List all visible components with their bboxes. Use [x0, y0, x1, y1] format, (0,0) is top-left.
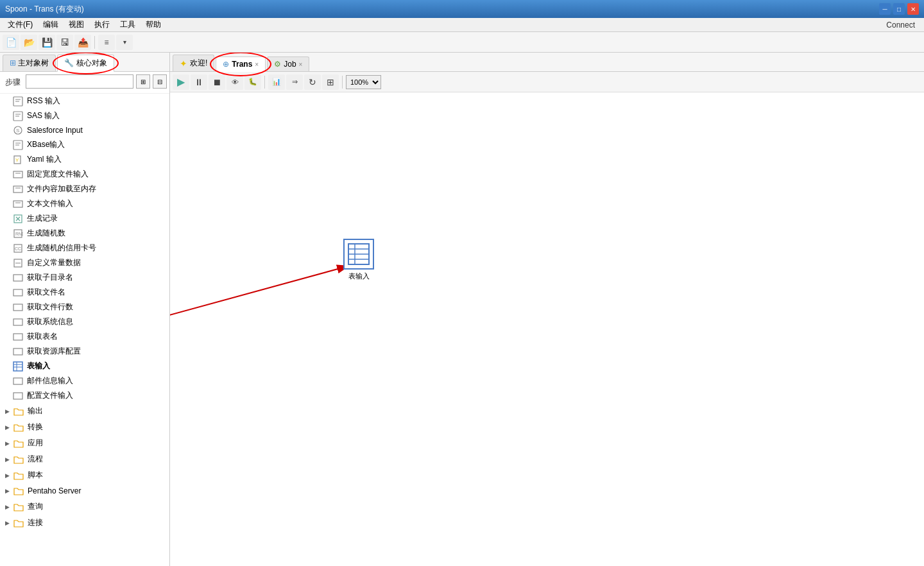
folder-query[interactable]: ▶ 查询 — [0, 499, 169, 515]
search-input[interactable] — [26, 74, 133, 89]
menu-tools[interactable]: 工具 — [115, 18, 141, 31]
list-item[interactable]: 获取表名 — [0, 329, 169, 344]
folder-transform[interactable]: ▶ 转换 — [0, 419, 169, 435]
list-item[interactable]: 生成记录 — [0, 211, 169, 226]
preview-button[interactable]: 👁 — [227, 74, 243, 90]
list-item[interactable]: 获取文件名 — [0, 285, 169, 300]
folder-script[interactable]: ▶ 脚本 — [0, 467, 169, 483]
folder-icon — [13, 422, 24, 433]
svg-rect-34 — [13, 362, 22, 371]
folder-icon — [13, 406, 24, 416]
list-item[interactable]: 邮件信息输入 — [0, 373, 169, 388]
connect-button[interactable]: Connect — [880, 19, 921, 31]
menu-view[interactable]: 视图 — [64, 18, 89, 31]
svg-rect-30 — [13, 304, 22, 311]
list-item[interactable]: S Salesforce Input — [0, 123, 169, 137]
list-item[interactable]: 获取资源库配置 — [0, 344, 169, 359]
open-button[interactable]: 📂 — [21, 35, 37, 50]
list-item[interactable]: 获取子目录名 — [0, 270, 169, 285]
dropdown-icon: ▾ — [123, 39, 126, 46]
list-item[interactable]: 自定义常量数据 — [0, 255, 169, 270]
list-item[interactable]: 配置文件输入 — [0, 388, 169, 403]
hop-icon: ⇒ — [292, 78, 298, 86]
step-metrics-button[interactable]: 📊 — [268, 74, 285, 90]
folder-icon — [13, 454, 24, 465]
item-icon — [13, 391, 23, 401]
menu-edit[interactable]: 编辑 — [38, 18, 64, 31]
refresh-button[interactable]: ↻ — [304, 74, 321, 90]
drag-arrow — [170, 92, 924, 566]
table-input-icon — [13, 361, 23, 372]
tab-welcome[interactable]: ✦ 欢迎! — [173, 55, 214, 71]
list-item[interactable]: 文件内容加载至内存 — [0, 182, 169, 196]
item-icon — [13, 287, 23, 298]
table-input-node[interactable]: 表输入 — [343, 239, 374, 281]
trans-tab-close[interactable]: × — [255, 61, 259, 68]
hop-button[interactable]: ⇒ — [286, 74, 303, 90]
menu-run[interactable]: 执行 — [89, 18, 115, 31]
content-sep-1 — [264, 76, 265, 89]
folder-pentaho[interactable]: ▶ Pentaho Server — [0, 483, 169, 499]
pause-button[interactable]: ⏸ — [191, 74, 207, 90]
minimize-button[interactable]: ─ — [879, 3, 891, 15]
list-item[interactable]: 获取系统信息 — [0, 314, 169, 329]
folder-flow[interactable]: ▶ 流程 — [0, 451, 169, 467]
new-icon: 📄 — [6, 37, 17, 47]
tab-core-objects[interactable]: 🔧 核心对象 — [57, 55, 114, 72]
folder-app[interactable]: ▶ 应用 — [0, 435, 169, 451]
node-label: 表输入 — [348, 271, 370, 281]
folder-icon — [13, 518, 24, 528]
folder-output[interactable]: ▶ 输出 — [0, 403, 169, 419]
node-icon-box — [343, 239, 374, 270]
export-button[interactable]: 📤 — [74, 35, 91, 50]
save-button[interactable]: 💾 — [38, 35, 55, 50]
item-icon — [13, 332, 23, 342]
maximize-button[interactable]: □ — [893, 3, 905, 15]
tab-main-objects[interactable]: ⊞ 主对象树 — [3, 55, 56, 71]
collapse-icon-btn[interactable]: ⊟ — [153, 74, 167, 89]
tab-trans[interactable]: ⊕ Trans × — [216, 56, 266, 72]
menu-help[interactable]: 帮助 — [141, 18, 166, 31]
expand-icon-btn[interactable]: ⊞ — [136, 74, 150, 89]
pause-icon: ⏸ — [194, 77, 203, 87]
grid-icon: ⊞ — [327, 77, 334, 87]
refresh-icon: ↻ — [309, 77, 316, 87]
job-tab-close[interactable]: × — [299, 61, 303, 68]
close-button[interactable]: ✕ — [907, 3, 919, 15]
layers-button[interactable]: ≡ — [98, 35, 115, 50]
list-item[interactable]: CC 生成随机的信用卡号 — [0, 241, 169, 255]
run-icon: ▶ — [177, 76, 185, 88]
svg-rect-29 — [13, 289, 22, 296]
main-objects-icon: ⊞ — [10, 58, 16, 67]
canvas-area[interactable]: 表输入 — [170, 92, 924, 566]
debug-button[interactable]: 🐛 — [244, 74, 261, 90]
list-item[interactable]: XBase输入 — [0, 137, 169, 152]
list-item[interactable]: RSS 输入 — [0, 94, 169, 108]
zoom-select[interactable]: 50% 75% 100% 150% 200% — [346, 75, 381, 89]
list-item[interactable]: RND 生成随机数 — [0, 226, 169, 241]
save-as-button[interactable]: 🖫 — [56, 35, 73, 50]
grid-button[interactable]: ⊞ — [322, 74, 339, 90]
chevron-icon: ▶ — [5, 440, 10, 447]
list-item[interactable]: 文本文件输入 — [0, 196, 169, 211]
run-button[interactable]: ▶ — [173, 74, 189, 90]
table-input-list-item[interactable]: 表输入 — [0, 359, 169, 373]
folder-connect[interactable]: ▶ 连接 — [0, 515, 169, 531]
welcome-star-icon: ✦ — [180, 58, 187, 69]
stop-button[interactable]: ⏹ — [209, 74, 225, 90]
list-item[interactable]: 获取文件行数 — [0, 300, 169, 314]
list-item[interactable]: 固定宽度文件输入 — [0, 167, 169, 182]
menu-file[interactable]: 文件(F) — [3, 18, 38, 31]
svg-rect-31 — [13, 319, 22, 325]
stop-icon: ⏹ — [212, 77, 221, 87]
list-item[interactable]: Y Yaml 输入 — [0, 152, 169, 167]
dropdown-button[interactable]: ▾ — [116, 35, 133, 50]
item-icon: Y — [13, 155, 23, 165]
preview-icon: 👁 — [232, 78, 239, 86]
tab-job[interactable]: ⚙ Job × — [267, 56, 309, 71]
new-button[interactable]: 📄 — [3, 35, 19, 50]
svg-line-41 — [170, 266, 350, 330]
svg-rect-39 — [13, 393, 22, 399]
list-item[interactable]: SAS 输入 — [0, 108, 169, 123]
folder-icon — [13, 438, 24, 449]
